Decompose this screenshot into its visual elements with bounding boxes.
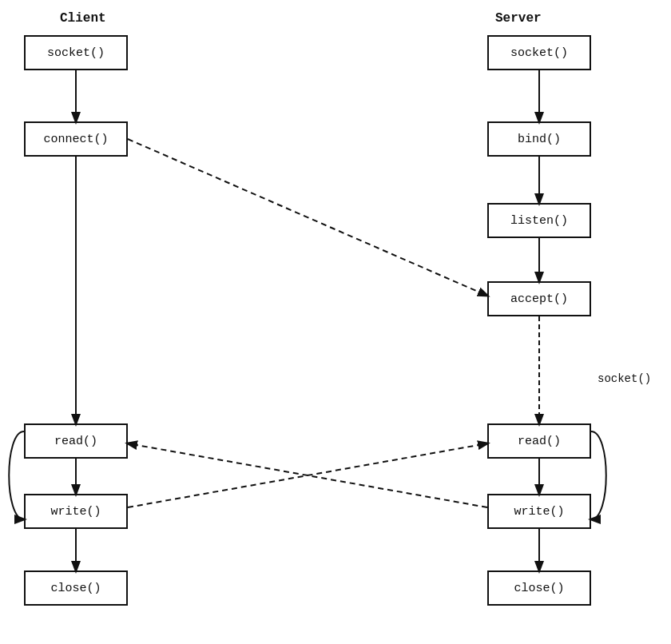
server-socket-box: socket()	[487, 35, 591, 70]
diagram: Client Server socket() connect() read() …	[0, 0, 671, 644]
server-label: Server	[495, 11, 542, 26]
server-socket2-label: socket()	[598, 372, 651, 385]
client-close-box: close()	[24, 570, 128, 606]
server-accept-box: accept()	[487, 281, 591, 316]
server-close-box: close()	[487, 570, 591, 606]
svg-line-10	[128, 139, 487, 296]
svg-line-11	[128, 443, 487, 507]
server-read-box: read()	[487, 423, 591, 459]
client-socket-box: socket()	[24, 35, 128, 70]
client-read-box: read()	[24, 423, 128, 459]
arrows-svg	[0, 0, 671, 644]
server-write-box: write()	[487, 494, 591, 529]
client-label: Client	[60, 11, 106, 26]
client-write-box: write()	[24, 494, 128, 529]
client-connect-box: connect()	[24, 121, 128, 157]
server-listen-box: listen()	[487, 203, 591, 238]
svg-line-12	[128, 443, 487, 507]
server-bind-box: bind()	[487, 121, 591, 157]
